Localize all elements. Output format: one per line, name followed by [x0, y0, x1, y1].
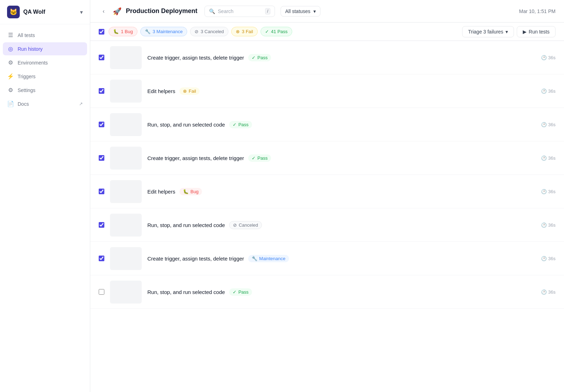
clock-icon: 🕐: [541, 122, 547, 127]
status-label: Pass: [257, 55, 268, 60]
sidebar-item-label: Environments: [18, 60, 83, 66]
row-time: 🕐 36s: [541, 189, 556, 194]
filter-chip-canceled[interactable]: ⊘ 3 Canceled: [190, 27, 228, 36]
table-row[interactable]: Edit helpers 🐛 Bug 🕐 36s: [90, 175, 564, 208]
row-checkbox[interactable]: [99, 122, 104, 127]
time-value: 36s: [548, 88, 556, 94]
row-content: Edit helpers ⊗ Fail: [147, 87, 535, 95]
status-badge: ✓ Pass: [229, 121, 252, 128]
table-row[interactable]: Run, stop, and run selected code ⊘ Cance…: [90, 208, 564, 242]
sidebar-item-label: Run history: [18, 46, 83, 52]
chevron-down-icon[interactable]: ▾: [80, 9, 83, 16]
row-content: Run, stop, and run selected code ⊘ Cance…: [147, 221, 535, 229]
row-checkbox[interactable]: [99, 222, 104, 228]
sidebar-item-label: Triggers: [18, 74, 83, 79]
sidebar: 🐱 QA Wolf ▾ ☰ All tests ◎ Run history ⚙ …: [0, 0, 90, 392]
row-time: 🕐 36s: [541, 122, 556, 127]
maintenance-icon: 🔧: [145, 29, 151, 34]
status-icon: 🐛: [183, 189, 189, 194]
status-filter-dropdown[interactable]: All statuses ▾: [281, 6, 320, 17]
status-label: Bug: [190, 189, 198, 194]
sidebar-nav: ☰ All tests ◎ Run history ⚙ Environments…: [0, 24, 90, 115]
fail-count: 3 Fail: [242, 29, 253, 34]
sidebar-item-triggers[interactable]: ⚡ Triggers: [3, 70, 87, 83]
search-shortcut: /: [265, 8, 270, 14]
filter-chip-fail[interactable]: ⊗ 3 Fail: [231, 27, 258, 36]
history-icon: ◎: [7, 45, 14, 52]
table-row[interactable]: Edit helpers ⊗ Fail 🕐 36s: [90, 74, 564, 108]
sidebar-item-environments[interactable]: ⚙ Environments: [3, 56, 87, 69]
external-link-icon: ↗: [79, 101, 83, 106]
test-name: Create trigger, assign tests, delete tri…: [147, 55, 244, 61]
sidebar-item-all-tests[interactable]: ☰ All tests: [3, 29, 87, 42]
row-checkbox[interactable]: [99, 256, 104, 261]
status-badge: ⊘ Canceled: [229, 221, 262, 229]
search-icon: 🔍: [209, 8, 215, 14]
status-label: Fail: [189, 88, 196, 94]
row-thumbnail: [110, 214, 142, 237]
row-thumbnail: [110, 46, 142, 69]
clock-icon: 🕐: [541, 222, 547, 228]
sidebar-item-label: All tests: [18, 32, 83, 38]
filter-chip-maintenance[interactable]: 🔧 3 Maintenance: [140, 27, 187, 36]
clock-icon: 🕐: [541, 289, 547, 295]
triage-button[interactable]: Triage 3 failures ▾: [462, 26, 514, 37]
back-button[interactable]: ‹: [99, 6, 109, 16]
test-name: Create trigger, assign tests, delete tri…: [147, 155, 244, 161]
filter-chip-pass[interactable]: ✓ 41 Pass: [260, 27, 292, 36]
status-icon: ✓: [233, 289, 237, 295]
status-icon: ⊗: [183, 88, 187, 94]
run-tests-button[interactable]: ▶ Run tests: [517, 26, 556, 37]
fail-icon: ⊗: [236, 29, 240, 34]
status-label: Pass: [257, 155, 268, 161]
test-list: Create trigger, assign tests, delete tri…: [90, 41, 564, 392]
lightning-icon: ⚡: [7, 73, 14, 80]
table-row[interactable]: Run, stop, and run selected code ✓ Pass …: [90, 275, 564, 309]
table-row[interactable]: Create trigger, assign tests, delete tri…: [90, 141, 564, 175]
status-icon: ⊘: [233, 222, 237, 228]
status-icon: ✓: [252, 55, 256, 60]
status-icon: ✓: [233, 122, 237, 127]
topbar-date: Mar 10, 1:51 PM: [519, 8, 556, 14]
sidebar-item-run-history[interactable]: ◎ Run history: [3, 42, 87, 55]
row-content: Create trigger, assign tests, delete tri…: [147, 154, 535, 162]
test-name: Edit helpers: [147, 88, 175, 94]
canceled-icon: ⊘: [195, 29, 198, 34]
time-value: 36s: [548, 289, 556, 295]
status-label: Maintenance: [259, 256, 285, 261]
row-checkbox[interactable]: [99, 289, 104, 295]
play-icon: ▶: [523, 29, 527, 35]
table-row[interactable]: Create trigger, assign tests, delete tri…: [90, 41, 564, 74]
sidebar-title: QA Wolf: [23, 9, 45, 15]
sidebar-item-docs[interactable]: 📄 Docs ↗: [3, 97, 87, 110]
row-time: 🕐 36s: [541, 289, 556, 295]
select-all-checkbox[interactable]: [99, 29, 104, 35]
search-input[interactable]: 🔍 Search /: [204, 6, 275, 17]
chevron-down-icon: ▾: [505, 29, 508, 35]
page-title: Production Deployment: [126, 7, 197, 15]
pass-icon: ✓: [265, 29, 269, 34]
chevron-down-icon: ▾: [313, 8, 316, 14]
row-checkbox[interactable]: [99, 88, 104, 94]
sidebar-item-settings[interactable]: ⚙ Settings: [3, 84, 87, 97]
row-thumbnail: [110, 113, 142, 136]
test-name: Edit helpers: [147, 189, 175, 195]
status-badge: 🔧 Maintenance: [248, 255, 289, 262]
row-time: 🕐 36s: [541, 88, 556, 94]
row-time: 🕐 36s: [541, 155, 556, 161]
row-checkbox[interactable]: [99, 189, 104, 194]
pass-count: 41 Pass: [271, 29, 288, 34]
grid-icon: ☰: [7, 32, 14, 38]
test-name: Run, stop, and run selected code: [147, 122, 225, 128]
table-row[interactable]: Create trigger, assign tests, delete tri…: [90, 242, 564, 275]
filter-chip-bug[interactable]: 🐛 1 Bug: [109, 27, 137, 36]
table-row[interactable]: Run, stop, and run selected code ✓ Pass …: [90, 108, 564, 141]
status-label: Canceled: [239, 222, 258, 228]
sidebar-item-label: Docs: [18, 101, 75, 107]
time-value: 36s: [548, 222, 556, 228]
row-thumbnail: [110, 147, 142, 170]
row-checkbox[interactable]: [99, 155, 104, 161]
test-name: Run, stop, and run selected code: [147, 289, 225, 295]
main-content: ‹ 🚀 Production Deployment 🔍 Search / All…: [90, 0, 564, 392]
row-checkbox[interactable]: [99, 55, 104, 60]
